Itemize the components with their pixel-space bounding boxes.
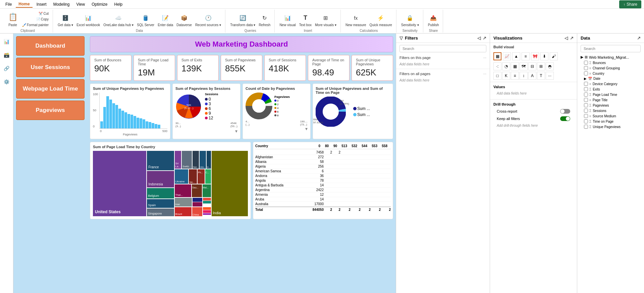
on-page-add-fields[interactable]: Add data fields here <box>396 61 490 67</box>
slicer-type-btn[interactable]: ≡ <box>511 72 519 80</box>
tab-file[interactable]: File <box>3 1 14 7</box>
data-panel-expand-icon[interactable]: ↗ <box>637 36 641 41</box>
brush-type-btn[interactable]: 🖌 <box>550 52 558 60</box>
field-pageload-checkbox[interactable] <box>584 93 588 97</box>
field-country-checkbox[interactable] <box>584 71 588 75</box>
filter-expand-icon[interactable]: ↗ <box>483 36 486 41</box>
treemap-cell-vie[interactable]: Vie... <box>189 169 197 184</box>
onelake-button[interactable]: ☁️ OneLake data hub ▾ <box>102 13 135 27</box>
treemap-cell-brazil[interactable]: Brazil <box>175 207 192 216</box>
share-button[interactable]: ↑ Share <box>619 0 641 8</box>
funnel-type-btn[interactable]: ⬇ <box>540 52 548 60</box>
filter-hide-icon[interactable]: ◁ <box>477 36 481 41</box>
matrix-type-btn[interactable]: ⊞ <box>537 62 545 70</box>
treemap-cell-indonesia[interactable]: Indonesia <box>147 171 174 187</box>
date-expand-arrow[interactable]: ▶ <box>584 77 587 80</box>
new-visual-button[interactable]: 📊 New visual <box>278 13 297 27</box>
treemap-cell-sm5[interactable] <box>203 210 211 213</box>
line-chart-type-btn[interactable]: 📈 <box>503 52 511 60</box>
treemap-cell-ph[interactable]: Ph... <box>198 169 204 184</box>
pie-type-btn[interactable]: ◔ <box>502 62 510 70</box>
webpage-load-nav-button[interactable]: Webpage Load Time <box>16 79 85 99</box>
data-tree-item-table[interactable]: ▶ ⊞ Web Marketing_Migrat... <box>577 54 644 60</box>
table-view-icon[interactable]: 🗃️ <box>1 50 12 60</box>
map-type-btn[interactable]: 🗺 <box>520 62 528 70</box>
sql-server-button[interactable]: 🛢️ SQL Server <box>136 13 156 27</box>
field-pagetitle-checkbox[interactable] <box>584 98 588 102</box>
treemap-cell-singapore[interactable]: Singapore <box>147 209 174 216</box>
more-type-btn[interactable]: ··· <box>546 72 554 80</box>
tab-optimize[interactable]: Optimize <box>89 1 110 7</box>
dax-query-icon[interactable]: ⚙️ <box>1 76 12 87</box>
data-search-input[interactable] <box>581 45 641 52</box>
treemap-cell-srilanka[interactable]: Sri La... <box>175 151 181 169</box>
ribbon-chart-type-btn[interactable]: 🎀 <box>531 52 539 60</box>
card-type-btn[interactable]: □ <box>493 72 501 80</box>
treemap-cell-iran[interactable]: Iran <box>175 198 192 207</box>
keep-filters-toggle[interactable] <box>560 116 570 121</box>
treemap-cell-switz[interactable]: Switz... <box>182 151 192 169</box>
field-exits-checkbox[interactable] <box>584 87 588 91</box>
model-view-icon[interactable]: 🔗 <box>1 63 12 74</box>
treemap-cell-spain[interactable]: Spain <box>147 199 174 208</box>
tab-insert[interactable]: Insert <box>34 1 49 7</box>
treemap-cell-thai[interactable]: Thal... <box>175 184 192 197</box>
more-visuals-button[interactable]: ⊞ More visuals ▾ <box>314 13 338 27</box>
field-pageviews-checkbox[interactable] <box>584 103 588 107</box>
kpi-type-btn[interactable]: K <box>502 72 510 80</box>
tab-modeling[interactable]: Modeling <box>51 1 72 7</box>
treemap-cell-u[interactable]: U... <box>207 151 211 169</box>
field-uniquepv-checkbox[interactable] <box>584 125 588 129</box>
user-sessions-nav-button[interactable]: User Sessions <box>16 58 85 77</box>
scatter-type-btn[interactable]: ·: <box>493 62 501 70</box>
gauge-type-btn[interactable]: ◓ <box>546 62 554 70</box>
refresh-button[interactable]: ↻ Refresh <box>257 13 272 27</box>
treemap-cell-ukraine[interactable]: Ukraine <box>175 169 189 184</box>
tab-home[interactable]: Home <box>16 1 32 8</box>
field-sessions-checkbox[interactable] <box>584 109 588 113</box>
field-channel-checkbox[interactable] <box>584 66 588 70</box>
treemap-cell-mal[interactable]: Mal... <box>203 184 211 197</box>
treemap-cell-sm2[interactable] <box>203 198 211 200</box>
recent-sources-button[interactable]: 🕐 Recent sources ▾ <box>194 13 222 27</box>
field-timeonpage-checkbox[interactable] <box>584 119 588 123</box>
treemap-cell-sau[interactable]: Sau... <box>192 184 202 197</box>
treemap-cell-india[interactable]: India <box>212 151 248 216</box>
new-measure-button[interactable]: fx New measure <box>344 13 368 27</box>
all-pages-menu[interactable]: ··· <box>483 72 486 76</box>
waterfall-type-btn[interactable]: ↕ <box>520 72 528 80</box>
format-painter-button[interactable]: 🖌️Format painter <box>21 22 50 27</box>
treemap-cell-ger[interactable]: Ger... <box>193 151 199 169</box>
donut-expand-icon[interactable]: ▾ <box>246 126 308 131</box>
paste-button[interactable]: 📋 Paste <box>5 11 20 27</box>
filter-search-input[interactable] <box>399 45 486 52</box>
field-device-checkbox[interactable] <box>584 82 588 86</box>
cut-button[interactable]: ✂️Cut <box>21 11 50 16</box>
tab-view[interactable]: View <box>73 1 88 7</box>
pageviews-nav-button[interactable]: Pageviews <box>16 101 85 120</box>
drill-add-fields[interactable]: Add drill-through fields here <box>493 122 574 129</box>
treemap-cell-sm3[interactable] <box>203 201 211 203</box>
field-bounces-checkbox[interactable] <box>584 61 588 65</box>
excel-workbook-button[interactable]: 📊 Excel workbook <box>75 13 101 27</box>
treemap-cell-us[interactable]: United States <box>93 151 146 216</box>
treemap-cell-china[interactable]: China <box>192 207 202 216</box>
table-type-btn[interactable]: ⊟ <box>528 62 536 70</box>
treemap-cell-france[interactable]: France <box>147 151 174 170</box>
copy-button[interactable]: 📄Copy <box>21 17 50 22</box>
publish-button[interactable]: 📤 Publish <box>427 13 440 27</box>
bar-chart-type-btn[interactable]: ▦ <box>493 52 501 60</box>
field-source-checkbox[interactable] <box>584 114 588 118</box>
dataverse-button[interactable]: 📦 Dataverse <box>175 13 193 27</box>
text-box-button[interactable]: T Text box <box>298 13 313 27</box>
ai-type-btn[interactable]: A <box>528 72 536 80</box>
area-chart-type-btn[interactable]: ▲ <box>512 52 520 60</box>
treemap-cell-belgium[interactable]: Belgium <box>147 188 174 198</box>
on-page-menu[interactable]: ··· <box>483 56 486 60</box>
treemap-type-btn[interactable]: ▦ <box>511 62 519 70</box>
transform-data-button[interactable]: 🔄 Transform data ▾ <box>229 13 257 27</box>
sensitivity-button[interactable]: 🔒 Sensitivity ▾ <box>400 13 420 27</box>
treemap-cell-uni[interactable]: Uni... <box>200 151 206 169</box>
quick-measure-button[interactable]: ⚡ Quick measure <box>368 13 393 27</box>
tab-help[interactable]: Help <box>112 1 125 7</box>
